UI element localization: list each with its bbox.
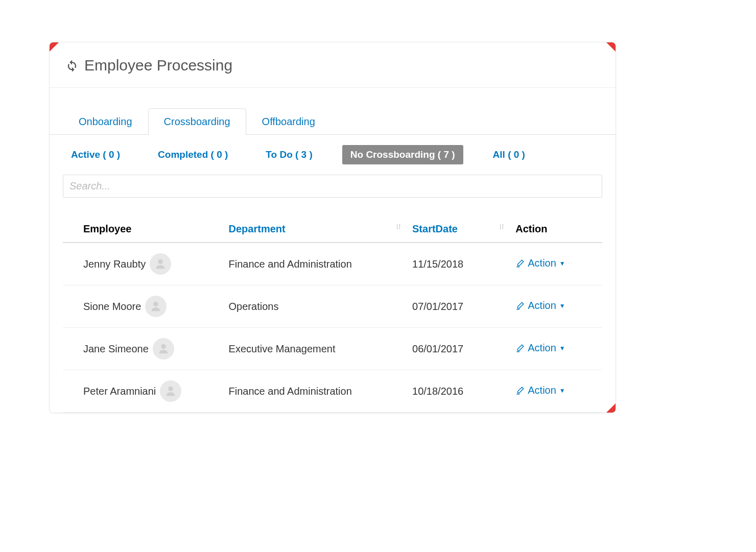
cell-action: Action▼ bbox=[510, 243, 602, 285]
employee-name: Jane Simeone bbox=[83, 343, 149, 355]
avatar bbox=[145, 296, 167, 317]
cell-action: Action▼ bbox=[510, 370, 602, 413]
sort-icon bbox=[395, 223, 402, 232]
search-input[interactable] bbox=[63, 175, 602, 198]
table-row: Peter AramnianiFinance and Administratio… bbox=[63, 370, 602, 413]
table-header-row: Employee Department StartDate Action bbox=[63, 216, 602, 243]
col-header-department[interactable]: Department bbox=[224, 216, 407, 243]
edit-icon bbox=[515, 301, 525, 310]
tab-crossboarding[interactable]: Crossboarding bbox=[148, 108, 246, 135]
cell-department: Operations bbox=[224, 285, 407, 328]
filter-todo[interactable]: To Do ( 3 ) bbox=[257, 145, 320, 164]
caret-down-icon: ▼ bbox=[559, 387, 565, 394]
page-title: Employee Processing bbox=[84, 57, 232, 74]
col-header-startdate-label: StartDate bbox=[412, 223, 458, 234]
cell-startdate: 10/18/2016 bbox=[407, 370, 510, 413]
action-dropdown[interactable]: Action▼ bbox=[515, 342, 565, 354]
cell-employee: Jenny Raubty bbox=[63, 243, 224, 285]
employee-table: Employee Department StartDate Action Jen… bbox=[63, 216, 602, 413]
employee-name: Sione Moore bbox=[83, 301, 141, 313]
edit-icon bbox=[515, 259, 525, 268]
cell-department: Executive Management bbox=[224, 328, 407, 370]
caret-down-icon: ▼ bbox=[559, 345, 565, 352]
corner-decoration bbox=[606, 42, 616, 52]
tabs-primary: Onboarding Crossboarding Offboarding bbox=[50, 88, 616, 135]
col-header-action: Action bbox=[510, 216, 602, 243]
action-label: Action bbox=[528, 257, 556, 269]
action-dropdown[interactable]: Action▼ bbox=[515, 385, 565, 396]
table-row: Jenny RaubtyFinance and Administration11… bbox=[63, 243, 602, 285]
corner-decoration bbox=[606, 403, 616, 413]
table-row: Sione MooreOperations07/01/2017Action▼ bbox=[63, 285, 602, 328]
action-label: Action bbox=[528, 342, 556, 354]
cell-action: Action▼ bbox=[510, 328, 602, 370]
employee-name: Peter Aramniani bbox=[83, 386, 156, 397]
svg-point-1 bbox=[154, 302, 158, 306]
cell-employee: Jane Simeone bbox=[63, 328, 224, 370]
svg-point-2 bbox=[161, 344, 166, 349]
cell-department: Finance and Administration bbox=[224, 243, 407, 285]
sort-icon bbox=[498, 223, 505, 232]
col-header-startdate[interactable]: StartDate bbox=[407, 216, 510, 243]
avatar bbox=[160, 380, 181, 402]
filter-completed[interactable]: Completed ( 0 ) bbox=[150, 145, 236, 164]
employee-processing-card: Employee Processing Onboarding Crossboar… bbox=[49, 42, 616, 413]
col-header-department-label: Department bbox=[229, 223, 286, 234]
cell-startdate: 07/01/2017 bbox=[407, 285, 510, 328]
table-row: Jane SimeoneExecutive Management06/01/20… bbox=[63, 328, 602, 370]
tab-offboarding[interactable]: Offboarding bbox=[246, 108, 331, 135]
action-label: Action bbox=[528, 385, 556, 396]
filter-no-crossboarding[interactable]: No Crossboarding ( 7 ) bbox=[342, 145, 463, 164]
cell-department: Finance and Administration bbox=[224, 370, 407, 413]
refresh-icon bbox=[65, 58, 79, 73]
action-dropdown[interactable]: Action▼ bbox=[515, 300, 565, 311]
corner-decoration bbox=[50, 42, 59, 52]
cell-startdate: 11/15/2018 bbox=[407, 243, 510, 285]
svg-point-3 bbox=[169, 387, 173, 391]
caret-down-icon: ▼ bbox=[559, 260, 565, 267]
filter-active[interactable]: Active ( 0 ) bbox=[63, 145, 128, 164]
cell-action: Action▼ bbox=[510, 285, 602, 328]
card-header: Employee Processing bbox=[50, 42, 616, 88]
edit-icon bbox=[515, 386, 525, 395]
tab-onboarding[interactable]: Onboarding bbox=[63, 108, 148, 135]
caret-down-icon: ▼ bbox=[559, 302, 565, 309]
col-header-employee[interactable]: Employee bbox=[63, 216, 224, 243]
action-label: Action bbox=[528, 300, 556, 311]
avatar bbox=[150, 253, 171, 275]
search-wrap bbox=[50, 175, 616, 198]
cell-employee: Peter Aramniani bbox=[63, 370, 224, 413]
filter-all[interactable]: All ( 0 ) bbox=[485, 145, 533, 164]
cell-employee: Sione Moore bbox=[63, 285, 224, 328]
action-dropdown[interactable]: Action▼ bbox=[515, 257, 565, 269]
tabs-secondary: Active ( 0 ) Completed ( 0 ) To Do ( 3 )… bbox=[50, 135, 616, 175]
cell-startdate: 06/01/2017 bbox=[407, 328, 510, 370]
avatar bbox=[153, 338, 174, 359]
employee-name: Jenny Raubty bbox=[83, 258, 146, 270]
svg-point-0 bbox=[158, 259, 163, 264]
edit-icon bbox=[515, 344, 525, 353]
